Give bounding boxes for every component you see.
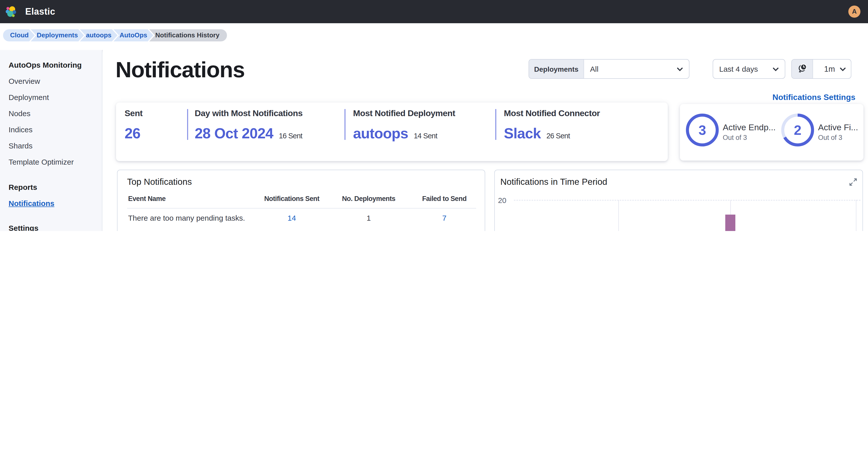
svg-text:2: 2 xyxy=(794,122,801,138)
svg-text:3: 3 xyxy=(699,122,706,138)
